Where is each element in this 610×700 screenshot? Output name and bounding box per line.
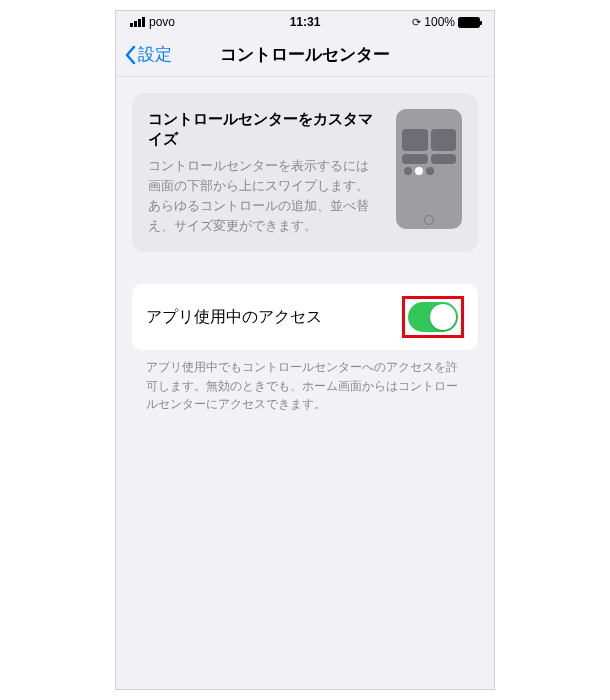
info-description: コントロールセンターを表示するには画面の下部から上にスワイプします。あらゆるコン… bbox=[148, 156, 380, 237]
nav-bar: 設定 コントロールセンター bbox=[116, 33, 494, 77]
chevron-left-icon bbox=[124, 45, 136, 65]
back-label: 設定 bbox=[138, 43, 172, 66]
setting-label: アプリ使用中のアクセス bbox=[146, 307, 322, 328]
clock: 11:31 bbox=[290, 15, 321, 29]
page-title: コントロールセンター bbox=[220, 43, 390, 66]
highlight-box bbox=[402, 296, 464, 338]
switch-knob-icon bbox=[430, 304, 456, 330]
orientation-lock-icon: ⟳ bbox=[412, 16, 421, 29]
battery-icon bbox=[458, 17, 480, 28]
status-left: povo bbox=[130, 15, 175, 29]
carrier-label: povo bbox=[149, 15, 175, 29]
access-within-apps-cell: アプリ使用中のアクセス bbox=[132, 284, 478, 350]
content-area: コントロールセンターをカスタマイズ コントロールセンターを表示するには画面の下部… bbox=[116, 77, 494, 414]
status-bar: povo 11:31 ⟳ 100% bbox=[116, 11, 494, 33]
phone-frame: povo 11:31 ⟳ 100% 設定 コントロールセンター コントロールセン… bbox=[115, 10, 495, 690]
back-button[interactable]: 設定 bbox=[116, 43, 172, 66]
access-within-apps-toggle[interactable] bbox=[408, 302, 458, 332]
status-right: ⟳ 100% bbox=[412, 15, 480, 29]
battery-percent: 100% bbox=[424, 15, 455, 29]
info-text: コントロールセンターをカスタマイズ コントロールセンターを表示するには画面の下部… bbox=[148, 109, 380, 236]
customize-info-card: コントロールセンターをカスタマイズ コントロールセンターを表示するには画面の下部… bbox=[132, 93, 478, 252]
control-center-illustration-icon bbox=[396, 109, 462, 229]
setting-footer-note: アプリ使用中でもコントロールセンターへのアクセスを許可します。無効のときでも、ホ… bbox=[132, 350, 478, 414]
info-title: コントロールセンターをカスタマイズ bbox=[148, 109, 380, 150]
signal-strength-icon bbox=[130, 17, 145, 27]
